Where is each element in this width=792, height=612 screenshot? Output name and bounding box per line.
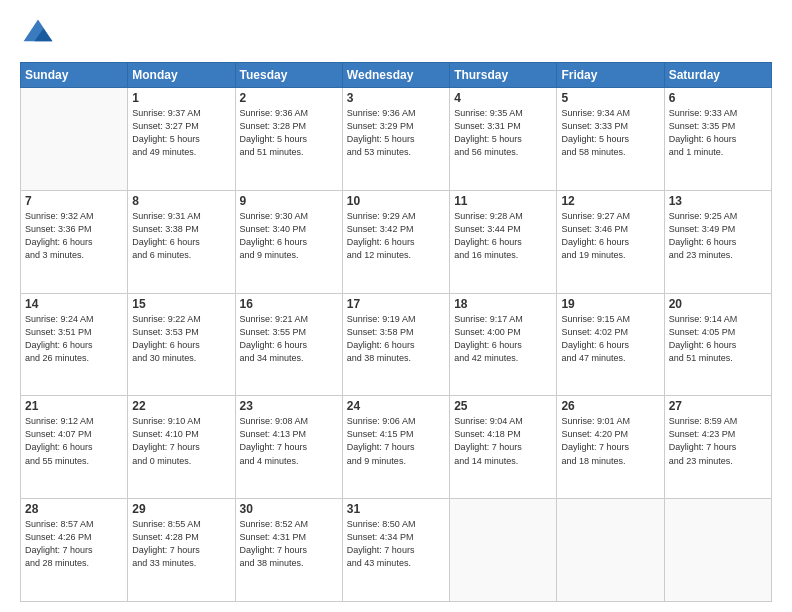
day-info: Sunrise: 9:14 AMSunset: 4:05 PMDaylight:… <box>669 313 767 365</box>
day-info: Sunrise: 8:50 AMSunset: 4:34 PMDaylight:… <box>347 518 445 570</box>
day-cell-11: 11Sunrise: 9:28 AMSunset: 3:44 PMDayligh… <box>450 190 557 293</box>
day-cell-17: 17Sunrise: 9:19 AMSunset: 3:58 PMDayligh… <box>342 293 449 396</box>
day-info: Sunrise: 8:52 AMSunset: 4:31 PMDaylight:… <box>240 518 338 570</box>
day-number: 16 <box>240 297 338 311</box>
logo-icon <box>20 16 56 52</box>
day-info: Sunrise: 9:32 AMSunset: 3:36 PMDaylight:… <box>25 210 123 262</box>
empty-cell <box>21 88 128 191</box>
day-number: 29 <box>132 502 230 516</box>
calendar-header-row: SundayMondayTuesdayWednesdayThursdayFrid… <box>21 63 772 88</box>
day-cell-2: 2Sunrise: 9:36 AMSunset: 3:28 PMDaylight… <box>235 88 342 191</box>
day-cell-15: 15Sunrise: 9:22 AMSunset: 3:53 PMDayligh… <box>128 293 235 396</box>
day-info: Sunrise: 8:57 AMSunset: 4:26 PMDaylight:… <box>25 518 123 570</box>
day-cell-10: 10Sunrise: 9:29 AMSunset: 3:42 PMDayligh… <box>342 190 449 293</box>
day-number: 26 <box>561 399 659 413</box>
day-cell-18: 18Sunrise: 9:17 AMSunset: 4:00 PMDayligh… <box>450 293 557 396</box>
day-cell-25: 25Sunrise: 9:04 AMSunset: 4:18 PMDayligh… <box>450 396 557 499</box>
day-number: 23 <box>240 399 338 413</box>
day-number: 18 <box>454 297 552 311</box>
page: SundayMondayTuesdayWednesdayThursdayFrid… <box>0 0 792 612</box>
day-number: 22 <box>132 399 230 413</box>
day-info: Sunrise: 9:04 AMSunset: 4:18 PMDaylight:… <box>454 415 552 467</box>
calendar-week-5: 28Sunrise: 8:57 AMSunset: 4:26 PMDayligh… <box>21 499 772 602</box>
empty-cell <box>557 499 664 602</box>
day-info: Sunrise: 9:36 AMSunset: 3:28 PMDaylight:… <box>240 107 338 159</box>
day-info: Sunrise: 9:22 AMSunset: 3:53 PMDaylight:… <box>132 313 230 365</box>
day-number: 2 <box>240 91 338 105</box>
header <box>20 16 772 52</box>
day-number: 7 <box>25 194 123 208</box>
calendar-week-1: 1Sunrise: 9:37 AMSunset: 3:27 PMDaylight… <box>21 88 772 191</box>
day-info: Sunrise: 9:31 AMSunset: 3:38 PMDaylight:… <box>132 210 230 262</box>
day-cell-12: 12Sunrise: 9:27 AMSunset: 3:46 PMDayligh… <box>557 190 664 293</box>
header-day-monday: Monday <box>128 63 235 88</box>
day-number: 3 <box>347 91 445 105</box>
day-cell-4: 4Sunrise: 9:35 AMSunset: 3:31 PMDaylight… <box>450 88 557 191</box>
day-cell-23: 23Sunrise: 9:08 AMSunset: 4:13 PMDayligh… <box>235 396 342 499</box>
day-cell-27: 27Sunrise: 8:59 AMSunset: 4:23 PMDayligh… <box>664 396 771 499</box>
day-info: Sunrise: 9:33 AMSunset: 3:35 PMDaylight:… <box>669 107 767 159</box>
day-cell-21: 21Sunrise: 9:12 AMSunset: 4:07 PMDayligh… <box>21 396 128 499</box>
logo <box>20 16 60 52</box>
header-day-wednesday: Wednesday <box>342 63 449 88</box>
calendar-table: SundayMondayTuesdayWednesdayThursdayFrid… <box>20 62 772 602</box>
day-number: 5 <box>561 91 659 105</box>
day-cell-16: 16Sunrise: 9:21 AMSunset: 3:55 PMDayligh… <box>235 293 342 396</box>
day-cell-3: 3Sunrise: 9:36 AMSunset: 3:29 PMDaylight… <box>342 88 449 191</box>
day-number: 19 <box>561 297 659 311</box>
header-day-thursday: Thursday <box>450 63 557 88</box>
day-cell-9: 9Sunrise: 9:30 AMSunset: 3:40 PMDaylight… <box>235 190 342 293</box>
day-info: Sunrise: 9:12 AMSunset: 4:07 PMDaylight:… <box>25 415 123 467</box>
day-number: 13 <box>669 194 767 208</box>
day-number: 17 <box>347 297 445 311</box>
day-cell-13: 13Sunrise: 9:25 AMSunset: 3:49 PMDayligh… <box>664 190 771 293</box>
day-info: Sunrise: 9:25 AMSunset: 3:49 PMDaylight:… <box>669 210 767 262</box>
day-cell-29: 29Sunrise: 8:55 AMSunset: 4:28 PMDayligh… <box>128 499 235 602</box>
day-cell-14: 14Sunrise: 9:24 AMSunset: 3:51 PMDayligh… <box>21 293 128 396</box>
day-info: Sunrise: 9:21 AMSunset: 3:55 PMDaylight:… <box>240 313 338 365</box>
day-number: 10 <box>347 194 445 208</box>
header-day-saturday: Saturday <box>664 63 771 88</box>
day-cell-31: 31Sunrise: 8:50 AMSunset: 4:34 PMDayligh… <box>342 499 449 602</box>
day-number: 31 <box>347 502 445 516</box>
day-info: Sunrise: 9:01 AMSunset: 4:20 PMDaylight:… <box>561 415 659 467</box>
day-cell-19: 19Sunrise: 9:15 AMSunset: 4:02 PMDayligh… <box>557 293 664 396</box>
day-number: 8 <box>132 194 230 208</box>
day-number: 20 <box>669 297 767 311</box>
day-info: Sunrise: 9:30 AMSunset: 3:40 PMDaylight:… <box>240 210 338 262</box>
header-day-tuesday: Tuesday <box>235 63 342 88</box>
day-cell-26: 26Sunrise: 9:01 AMSunset: 4:20 PMDayligh… <box>557 396 664 499</box>
day-number: 24 <box>347 399 445 413</box>
day-cell-7: 7Sunrise: 9:32 AMSunset: 3:36 PMDaylight… <box>21 190 128 293</box>
day-info: Sunrise: 9:34 AMSunset: 3:33 PMDaylight:… <box>561 107 659 159</box>
day-number: 27 <box>669 399 767 413</box>
day-info: Sunrise: 9:15 AMSunset: 4:02 PMDaylight:… <box>561 313 659 365</box>
day-cell-5: 5Sunrise: 9:34 AMSunset: 3:33 PMDaylight… <box>557 88 664 191</box>
day-number: 15 <box>132 297 230 311</box>
day-info: Sunrise: 9:10 AMSunset: 4:10 PMDaylight:… <box>132 415 230 467</box>
calendar-week-4: 21Sunrise: 9:12 AMSunset: 4:07 PMDayligh… <box>21 396 772 499</box>
day-number: 25 <box>454 399 552 413</box>
day-info: Sunrise: 9:08 AMSunset: 4:13 PMDaylight:… <box>240 415 338 467</box>
day-cell-6: 6Sunrise: 9:33 AMSunset: 3:35 PMDaylight… <box>664 88 771 191</box>
day-info: Sunrise: 8:59 AMSunset: 4:23 PMDaylight:… <box>669 415 767 467</box>
day-number: 1 <box>132 91 230 105</box>
day-cell-30: 30Sunrise: 8:52 AMSunset: 4:31 PMDayligh… <box>235 499 342 602</box>
day-number: 4 <box>454 91 552 105</box>
day-cell-20: 20Sunrise: 9:14 AMSunset: 4:05 PMDayligh… <box>664 293 771 396</box>
day-number: 14 <box>25 297 123 311</box>
day-cell-1: 1Sunrise: 9:37 AMSunset: 3:27 PMDaylight… <box>128 88 235 191</box>
day-info: Sunrise: 9:35 AMSunset: 3:31 PMDaylight:… <box>454 107 552 159</box>
empty-cell <box>664 499 771 602</box>
day-info: Sunrise: 9:27 AMSunset: 3:46 PMDaylight:… <box>561 210 659 262</box>
day-number: 21 <box>25 399 123 413</box>
day-number: 11 <box>454 194 552 208</box>
day-number: 9 <box>240 194 338 208</box>
day-info: Sunrise: 9:36 AMSunset: 3:29 PMDaylight:… <box>347 107 445 159</box>
day-cell-24: 24Sunrise: 9:06 AMSunset: 4:15 PMDayligh… <box>342 396 449 499</box>
day-number: 12 <box>561 194 659 208</box>
day-info: Sunrise: 8:55 AMSunset: 4:28 PMDaylight:… <box>132 518 230 570</box>
day-cell-22: 22Sunrise: 9:10 AMSunset: 4:10 PMDayligh… <box>128 396 235 499</box>
day-number: 6 <box>669 91 767 105</box>
calendar-week-3: 14Sunrise: 9:24 AMSunset: 3:51 PMDayligh… <box>21 293 772 396</box>
